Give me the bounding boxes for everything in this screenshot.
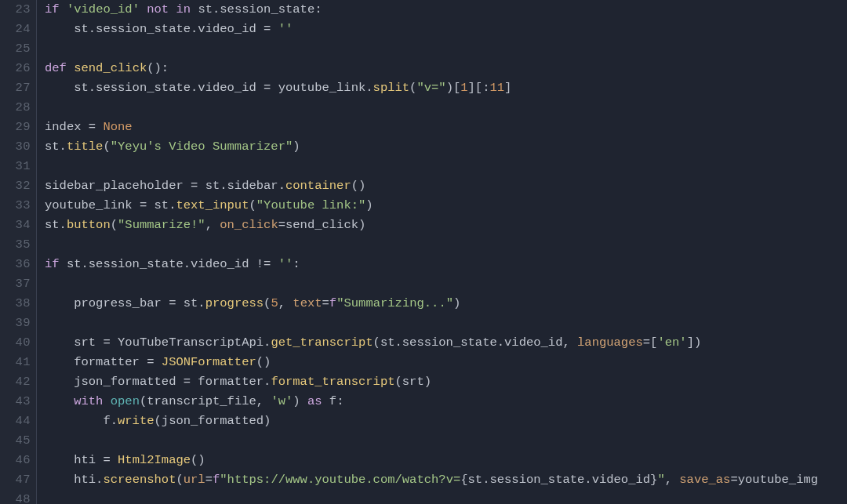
code-line[interactable]: json_formatted = formatter.format_transc… [45, 372, 847, 392]
code-line[interactable]: formatter = JSONFormatter() [45, 353, 847, 372]
token-pn: () [351, 179, 366, 193]
line-number: 46 [0, 451, 36, 470]
token-op: = [322, 296, 329, 310]
token-str: "v=" [416, 81, 445, 95]
line-number: 44 [0, 412, 36, 431]
code-line[interactable] [45, 157, 847, 176]
token-kw: if [45, 257, 60, 271]
token-pn: hti [45, 453, 103, 467]
code-line[interactable]: def send_click(): [45, 59, 847, 78]
token-pn: ][: [468, 81, 490, 95]
code-editor[interactable]: 2324252627282930313233343536373839404142… [0, 0, 847, 504]
code-line[interactable]: progress_bar = st.progress(5, text=f"Sum… [45, 294, 847, 314]
token-pn: youtube_link [45, 198, 140, 212]
code-line[interactable]: f.write(json_formatted) [45, 412, 847, 431]
token-op: = [205, 473, 213, 487]
line-number: 45 [0, 431, 36, 451]
code-line[interactable]: if st.session_state.video_id != '': [45, 255, 847, 274]
code-line[interactable] [45, 490, 847, 504]
line-number: 24 [0, 20, 36, 39]
code-line[interactable] [45, 235, 847, 255]
token-pn [271, 22, 278, 36]
token-pn: st. [176, 296, 205, 310]
token-kw: f [329, 296, 336, 310]
code-line[interactable]: st.title("Yeyu's Video Summarizer") [45, 137, 847, 157]
token-str: 'video_id' [67, 2, 140, 16]
token-op: = [89, 120, 96, 134]
token-pn [60, 2, 67, 16]
token-pn: ( [103, 140, 110, 154]
token-def: text_input [176, 198, 249, 212]
token-op: = [264, 81, 271, 95]
token-def: progress [205, 296, 264, 310]
token-pn: srt [45, 335, 103, 350]
token-pn: () [256, 355, 271, 369]
token-attr: text [293, 296, 322, 310]
line-number: 40 [0, 333, 36, 353]
token-kw: as [307, 394, 322, 408]
token-kw: not [147, 2, 169, 16]
token-str: "Summarizing..." [336, 296, 453, 310]
code-line[interactable] [45, 39, 847, 59]
token-pn: : [293, 257, 300, 271]
token-pn: , [205, 218, 220, 232]
code-line[interactable]: st.session_state.video_id = youtube_link… [45, 78, 847, 98]
code-line[interactable] [45, 98, 847, 118]
token-str: 'w' [271, 394, 293, 408]
code-area[interactable]: if 'video_id' not in st.session_state: s… [37, 0, 847, 504]
code-line[interactable]: index = None [45, 118, 847, 137]
line-number: 28 [0, 98, 36, 118]
token-pn: , [665, 473, 680, 487]
code-line[interactable]: with open(transcript_file, 'w') as f: [45, 392, 847, 412]
token-pn: st.session_state.video_id [45, 22, 264, 36]
token-kw: if [45, 2, 60, 16]
token-pn: ( [249, 198, 256, 212]
token-pn: ) [293, 140, 300, 154]
token-pn: (): [147, 61, 169, 75]
token-pn: (srt) [395, 375, 432, 389]
token-op: = [191, 179, 198, 193]
token-pn: ( [111, 218, 118, 232]
line-number: 47 [0, 470, 36, 490]
token-pn: sidebar_placeholder [45, 179, 191, 193]
token-pn: progress_bar [45, 296, 169, 310]
code-line[interactable]: if 'video_id' not in st.session_state: [45, 0, 847, 20]
code-line[interactable] [45, 274, 847, 294]
token-pn [111, 453, 118, 467]
token-str: '' [278, 257, 293, 271]
code-line[interactable]: hti = Html2Image() [45, 451, 847, 470]
line-number: 48 [0, 490, 36, 504]
token-pn: YouTubeTranscriptApi. [111, 335, 271, 350]
line-number: 27 [0, 78, 36, 98]
code-line[interactable]: st.button("Summarize!", on_click=send_cl… [45, 216, 847, 235]
token-attr: save_as [679, 473, 730, 487]
token-pn: (st.session_state.video_id, [373, 335, 577, 350]
line-number: 36 [0, 255, 36, 274]
token-pn: (json_formatted) [154, 414, 271, 428]
code-line[interactable] [45, 431, 847, 451]
code-line[interactable]: srt = YouTubeTranscriptApi.get_transcrip… [45, 333, 847, 353]
token-pn: )[ [446, 81, 461, 95]
token-str: "Summarize!" [118, 218, 205, 232]
line-number: 29 [0, 118, 36, 137]
code-line[interactable]: sidebar_placeholder = st.sidebar.contain… [45, 176, 847, 196]
token-op: = [264, 22, 271, 36]
code-line[interactable]: hti.screenshot(url=f"https://www.youtube… [45, 470, 847, 490]
token-str: "https://www.youtube.com/watch?v= [220, 473, 460, 487]
code-line[interactable] [45, 314, 847, 333]
token-def: write [118, 414, 154, 428]
code-line[interactable]: st.session_state.video_id = '' [45, 20, 847, 39]
token-pn: st. [45, 140, 67, 154]
token-op: = [730, 473, 737, 487]
token-pn: ] [504, 81, 511, 95]
token-attr: url [184, 473, 205, 487]
code-line[interactable]: youtube_link = st.text_input("Youtube li… [45, 196, 847, 216]
token-str: 'en' [657, 335, 686, 350]
token-pn: f. [45, 414, 118, 428]
token-str: " [657, 473, 664, 487]
token-def: Html2Image [118, 453, 191, 467]
token-op: = [278, 218, 285, 232]
token-attr: languages [577, 335, 643, 350]
token-pn [103, 394, 110, 408]
token-pn: st. [147, 198, 176, 212]
